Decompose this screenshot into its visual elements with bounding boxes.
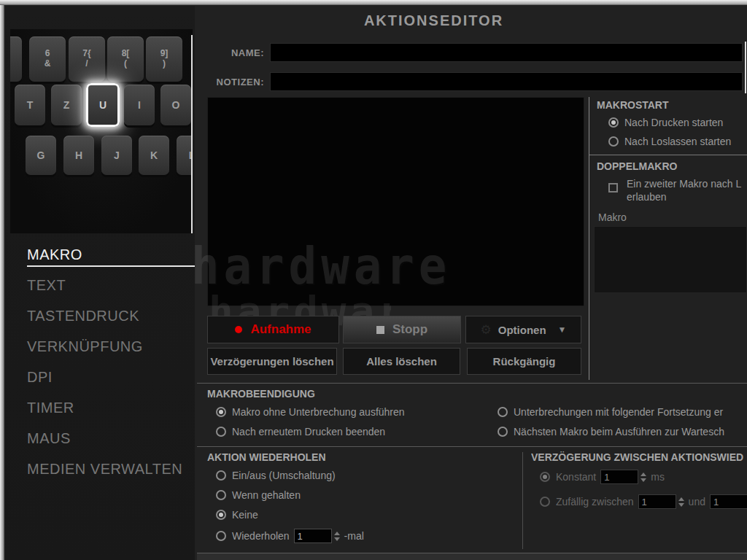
key-7[interactable]: 7{/ bbox=[69, 36, 105, 82]
sidebar-item-maus[interactable]: MAUS bbox=[27, 430, 195, 447]
key-j[interactable]: J bbox=[101, 136, 132, 175]
radio-keine[interactable]: Keine bbox=[216, 509, 258, 521]
divider bbox=[197, 446, 747, 447]
chevron-down-icon: ▼ bbox=[558, 324, 567, 335]
bottom-column-divider bbox=[522, 452, 523, 549]
key-u-highlighted[interactable]: U bbox=[86, 83, 120, 127]
radio-konstant[interactable]: Konstant 1 ms bbox=[540, 470, 665, 484]
radio-naechster-makro[interactable]: Nächsten Makro beim Ausführen zur Wartes… bbox=[498, 426, 747, 438]
record-button[interactable]: Aufnahme bbox=[207, 316, 339, 343]
radio-icon bbox=[498, 427, 508, 437]
makro-dropdown-area[interactable] bbox=[594, 226, 747, 293]
radio-icon bbox=[608, 136, 619, 147]
macro-list-panel[interactable] bbox=[207, 97, 584, 306]
sidebar-item-verknuepfung[interactable]: VERKNÜPFUNG bbox=[27, 338, 195, 355]
keyboard-preview: 6& 7{/ 8[( 9]) T Z U I O G H J K L bbox=[10, 29, 193, 233]
radio-ein-aus[interactable]: Ein/aus (Umschaltung) bbox=[216, 470, 336, 481]
options-button[interactable]: ⚙ Optionen ▼ bbox=[465, 316, 581, 343]
doppelmakro-title: DOPPELMAKRO bbox=[597, 160, 677, 172]
radio-icon bbox=[540, 472, 550, 482]
window-edge-highlight bbox=[745, 42, 746, 93]
window-frame-top bbox=[0, 0, 747, 5]
clear-all-button[interactable]: Alles löschen bbox=[343, 348, 460, 375]
sidebar-item-text[interactable]: TEXT bbox=[27, 277, 195, 294]
radio-wiederholen[interactable]: Wiederholen 1 -mal bbox=[216, 529, 364, 543]
divider bbox=[197, 383, 747, 384]
radio-ohne-unterbrechung[interactable]: Makro ohne Unterbrechung ausführen bbox=[216, 406, 405, 418]
verzoegerung-title: VERZÖGERUNG ZWISCHEN AKTIONSWIED bbox=[531, 451, 747, 463]
aktion-wiederholen-title: AKTION WIEDERHOLEN bbox=[207, 451, 326, 463]
radio-icon bbox=[216, 427, 226, 437]
stop-button[interactable]: Stopp bbox=[343, 316, 461, 343]
key-k[interactable]: K bbox=[139, 136, 169, 175]
repeat-count-stepper[interactable]: 1 bbox=[294, 529, 340, 543]
notes-label: NOTIZEN: bbox=[206, 77, 264, 88]
notes-input[interactable] bbox=[270, 72, 743, 91]
keyboard-panel-border bbox=[191, 35, 193, 233]
window-frame-left bbox=[0, 5, 4, 560]
checkbox-icon bbox=[608, 183, 618, 192]
key-l[interactable]: L bbox=[177, 136, 193, 175]
active-underline bbox=[27, 265, 195, 267]
radio-icon bbox=[216, 490, 226, 500]
radio-icon bbox=[540, 497, 550, 507]
key-partial-left[interactable] bbox=[10, 36, 22, 82]
sidebar: 6& 7{/ 8[( 9]) T Z U I O G H J K L MAKRO… bbox=[5, 6, 195, 560]
radio-icon bbox=[216, 407, 226, 417]
key-g[interactable]: G bbox=[26, 136, 56, 175]
zufaellig-min-stepper[interactable]: 1 bbox=[638, 494, 684, 509]
key-o[interactable]: O bbox=[160, 85, 191, 125]
stepper-arrows-icon[interactable] bbox=[334, 532, 340, 541]
sidebar-item-medien-verwalten[interactable]: MEDIEN VERWALTEN bbox=[27, 461, 195, 478]
gear-icon: ⚙ bbox=[481, 322, 492, 338]
key-z[interactable]: Z bbox=[51, 85, 82, 125]
record-icon bbox=[235, 326, 242, 333]
clear-delays-button[interactable]: Verzögerungen löschen bbox=[207, 348, 337, 375]
bottom-section-strip bbox=[197, 553, 747, 560]
makro-label: Makro bbox=[598, 211, 627, 223]
key-9[interactable]: 9]) bbox=[146, 36, 182, 82]
radio-nach-drucken[interactable]: Nach Drucken starten bbox=[608, 117, 723, 128]
radio-icon bbox=[498, 407, 508, 417]
makrostart-title: MAKROSTART bbox=[597, 99, 669, 111]
divider bbox=[589, 155, 747, 155]
stepper-arrows-icon[interactable] bbox=[640, 472, 646, 482]
radio-icon bbox=[608, 117, 619, 128]
stepper-arrows-icon[interactable] bbox=[678, 497, 684, 507]
konstant-stepper[interactable]: 1 bbox=[600, 470, 646, 484]
makrobeendigung-title: MAKROBEENDIGUNG bbox=[207, 388, 315, 400]
sidebar-item-timer[interactable]: TIMER bbox=[27, 400, 195, 416]
stop-icon bbox=[376, 326, 384, 334]
checkbox-doppelmakro[interactable]: Ein zweiter Makro nach Lerlauben bbox=[608, 177, 747, 203]
radio-icon bbox=[216, 531, 226, 541]
name-label: NAME: bbox=[206, 47, 264, 58]
name-input[interactable] bbox=[270, 43, 743, 62]
sidebar-item-makro[interactable]: MAKRO bbox=[27, 246, 195, 263]
radio-wenn-gehalten[interactable]: Wenn gehalten bbox=[216, 489, 301, 501]
radio-zufaellig[interactable]: Zufällig zwischen 1 und 1 bbox=[540, 494, 747, 509]
key-i[interactable]: I bbox=[124, 85, 155, 125]
radio-erneut-drucken[interactable]: Nach erneutem Drucken beenden bbox=[216, 426, 385, 438]
radio-nach-loslassen[interactable]: Nach Loslassen starten bbox=[608, 136, 731, 147]
radio-icon bbox=[216, 510, 226, 520]
key-t[interactable]: T bbox=[15, 85, 45, 125]
right-panel-divider bbox=[589, 97, 589, 380]
undo-button[interactable]: Rückgängig bbox=[467, 348, 581, 375]
radio-unterbrechungen[interactable]: Unterbrechungen mit folgender Fortsetzun… bbox=[498, 406, 747, 418]
sidebar-item-dpi[interactable]: DPI bbox=[27, 369, 195, 386]
zufaellig-max-stepper[interactable]: 1 bbox=[710, 494, 747, 509]
sidebar-item-tastendruck[interactable]: TASTENDRUCK bbox=[27, 308, 195, 324]
key-8[interactable]: 8[( bbox=[107, 36, 144, 82]
key-6[interactable]: 6& bbox=[29, 36, 66, 82]
key-h[interactable]: H bbox=[63, 136, 94, 175]
radio-icon bbox=[216, 470, 226, 481]
aktionseditor-window: AKTIONSEDITOR 6& 7{/ 8[( 9]) T Z U I O G… bbox=[0, 0, 747, 560]
